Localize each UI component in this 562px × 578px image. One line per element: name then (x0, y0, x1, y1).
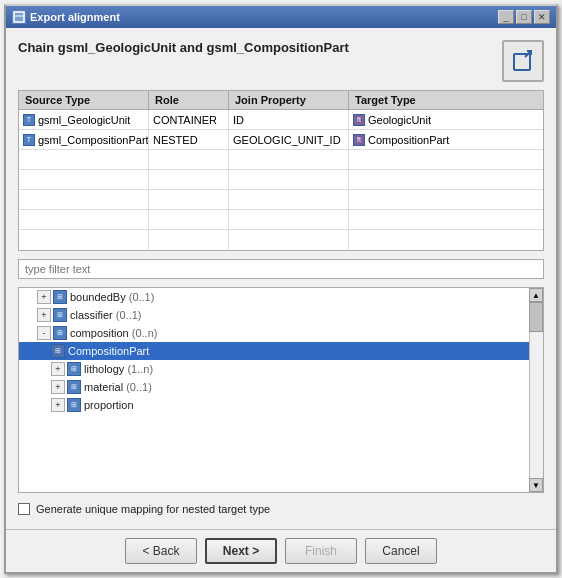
finish-button[interactable]: Finish (285, 538, 357, 564)
cancel-button[interactable]: Cancel (365, 538, 437, 564)
tree-label-material: material (0..1) (84, 381, 152, 393)
tree-node-icon: ⊞ (53, 326, 67, 340)
export-icon[interactable] (502, 40, 544, 82)
window-title: Export alignment (30, 11, 120, 23)
window-icon (12, 10, 26, 24)
tree-item-classifier[interactable]: + ⊞ classifier (0..1) (19, 306, 529, 324)
unique-mapping-label: Generate unique mapping for nested targe… (36, 503, 270, 515)
header-section: Chain gsml_GeologicUnit and gsml_Composi… (18, 40, 544, 82)
tree-toggle-proportion[interactable]: + (51, 398, 65, 412)
next-button[interactable]: Next > (205, 538, 277, 564)
page-title: Chain gsml_GeologicUnit and gsml_Composi… (18, 40, 349, 57)
col-target-type: Target Type (349, 91, 459, 109)
cell-join-1: ID (229, 110, 349, 129)
table-row-empty (19, 210, 543, 230)
table-header: Source Type Role Join Property Target Ty… (19, 91, 543, 110)
back-button[interactable]: < Back (125, 538, 197, 564)
table-row-empty (19, 190, 543, 210)
tree-toggle-composition[interactable]: - (37, 326, 51, 340)
tree-label-composition: composition (0..n) (70, 327, 157, 339)
maximize-button[interactable]: □ (516, 10, 532, 24)
target-type-icon-2: ft (353, 134, 365, 146)
table-row-empty (19, 230, 543, 250)
tree-toggle-boundedBy[interactable]: + (37, 290, 51, 304)
tree-toggle-classifier[interactable]: + (37, 308, 51, 322)
tree-node-icon-proportion: ⊞ (67, 398, 81, 412)
close-button[interactable]: ✕ (534, 10, 550, 24)
table-row[interactable]: T gsml_CompositionPart NESTED GEOLOGIC_U… (19, 130, 543, 150)
svg-rect-0 (14, 12, 24, 22)
svg-rect-2 (514, 54, 530, 70)
tree-label-lithology: lithology (1..n) (84, 363, 153, 375)
scroll-thumb[interactable] (529, 302, 543, 332)
cell-role-1: CONTAINER (149, 110, 229, 129)
tree-node-icon: ⊞ (53, 308, 67, 322)
tree-toggle-material[interactable]: + (51, 380, 65, 394)
title-bar: Export alignment _ □ ✕ (6, 6, 556, 28)
source-type-icon-1: T (23, 114, 35, 126)
cell-target-1: ft GeologicUnit (349, 110, 459, 129)
tree-item-compositionpart[interactable]: ⊞ CompositionPart (19, 342, 529, 360)
button-bar: < Back Next > Finish Cancel (6, 529, 556, 572)
cell-source-type-2: T gsml_CompositionPart (19, 130, 149, 149)
tree-section: + ⊞ boundedBy (0..1) + ⊞ classifier (0..… (18, 287, 544, 493)
tree-item-composition[interactable]: - ⊞ composition (0..n) (19, 324, 529, 342)
table-row[interactable]: T gsml_GeologicUnit CONTAINER ID ft Geol… (19, 110, 543, 130)
cell-source-type-1: T gsml_GeologicUnit (19, 110, 149, 129)
tree-item-lithology[interactable]: + ⊞ lithology (1..n) (19, 360, 529, 378)
tree-item-proportion[interactable]: + ⊞ proportion (19, 396, 529, 414)
unique-mapping-checkbox[interactable] (18, 503, 30, 515)
source-type-icon-2: T (23, 134, 35, 146)
tree-item-material[interactable]: + ⊞ material (0..1) (19, 378, 529, 396)
tree-label-proportion: proportion (84, 399, 134, 411)
tree-item-boundedBy[interactable]: + ⊞ boundedBy (0..1) (19, 288, 529, 306)
col-join-property: Join Property (229, 91, 349, 109)
filter-input[interactable] (18, 259, 544, 279)
cell-join-2: GEOLOGIC_UNIT_ID (229, 130, 349, 149)
cell-role-2: NESTED (149, 130, 229, 149)
tree-label-boundedBy: boundedBy (0..1) (70, 291, 154, 303)
scroll-down-button[interactable]: ▼ (529, 478, 543, 492)
tree-node-icon-lithology: ⊞ (67, 362, 81, 376)
tree-node-icon-material: ⊞ (67, 380, 81, 394)
table-row-empty (19, 170, 543, 190)
tree-node-icon-compositionpart: ⊞ (51, 344, 65, 358)
col-role: Role (149, 91, 229, 109)
export-alignment-window: Export alignment _ □ ✕ Chain gsml_Geolog… (4, 4, 558, 574)
scrollbar: ▲ ▼ (529, 288, 543, 492)
col-source-type: Source Type (19, 91, 149, 109)
cell-target-2: ft CompositionPart (349, 130, 459, 149)
minimize-button[interactable]: _ (498, 10, 514, 24)
tree-label-classifier: classifier (0..1) (70, 309, 142, 321)
content-area: Chain gsml_GeologicUnit and gsml_Composi… (6, 28, 556, 529)
tree-label-compositionpart: CompositionPart (68, 345, 149, 357)
filter-section (18, 259, 544, 279)
scroll-up-button[interactable]: ▲ (529, 288, 543, 302)
table-body: T gsml_GeologicUnit CONTAINER ID ft Geol… (19, 110, 543, 250)
checkbox-section: Generate unique mapping for nested targe… (18, 501, 544, 517)
table-row-empty (19, 150, 543, 170)
tree-node-icon: ⊞ (53, 290, 67, 304)
tree-toggle-lithology[interactable]: + (51, 362, 65, 376)
alignment-table: Source Type Role Join Property Target Ty… (18, 90, 544, 251)
target-type-icon-1: ft (353, 114, 365, 126)
